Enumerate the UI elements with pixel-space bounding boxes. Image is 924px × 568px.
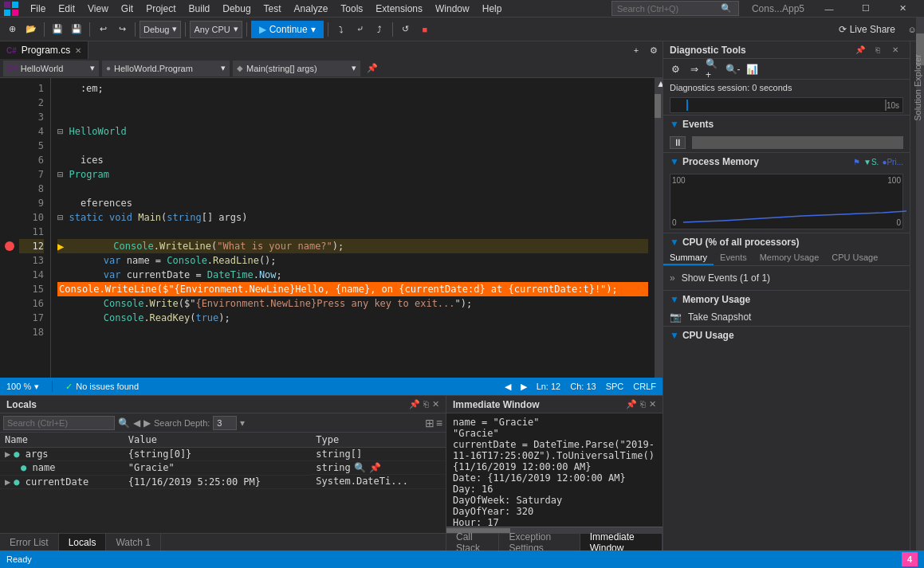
- step-into-button[interactable]: ⤶: [352, 21, 369, 38]
- gutter-row-12[interactable]: [0, 239, 19, 253]
- editor-settings-button[interactable]: ⚙: [645, 41, 663, 59]
- immediate-content[interactable]: name = "Gracie" "Gracie" currentDate = D…: [446, 413, 663, 527]
- diag-close-button[interactable]: ✕: [887, 42, 903, 58]
- breakpoint-12[interactable]: [5, 241, 14, 251]
- editor-tab-program[interactable]: C# Program.cs ✕: [0, 41, 88, 59]
- menu-debug[interactable]: Debug: [216, 2, 257, 16]
- memory-usage-section-header[interactable]: ▼ Memory Usage: [663, 290, 910, 308]
- code-editor[interactable]: 1 2 3 4 5 6 7 8 9 10 11 12 13 14 15 16 1…: [0, 78, 663, 378]
- events-pause-button[interactable]: ⏸: [670, 136, 686, 149]
- close-locals-icon[interactable]: ✕: [432, 399, 439, 409]
- diag-float-button[interactable]: ⎗: [870, 42, 886, 58]
- editor-scrollbar-thumb[interactable]: [655, 94, 661, 118]
- menu-window[interactable]: Window: [429, 2, 476, 16]
- step-over-button[interactable]: ⤵: [332, 21, 350, 38]
- cpu-dropdown[interactable]: Any CPU ▾: [190, 21, 242, 38]
- pin-button[interactable]: 📌: [364, 60, 381, 77]
- nav-prev-icon[interactable]: ◀: [505, 382, 511, 392]
- new-tab-button[interactable]: +: [627, 41, 645, 59]
- magnify-icon[interactable]: 🔍: [354, 462, 366, 473]
- diag-tab-memory[interactable]: Memory Usage: [753, 251, 826, 265]
- pin-value-icon[interactable]: 📌: [369, 462, 381, 473]
- diag-tab-summary[interactable]: Summary: [663, 251, 714, 265]
- depth-chevron[interactable]: ▾: [240, 417, 245, 429]
- undo-button[interactable]: ↩: [94, 21, 112, 38]
- nav-left-icon[interactable]: ◀: [133, 417, 140, 429]
- menu-project[interactable]: Project: [140, 2, 182, 16]
- close-button[interactable]: ✕: [884, 0, 921, 18]
- tab-error-list[interactable]: Error List: [0, 534, 59, 551]
- diag-zoom-out-button[interactable]: 🔍-: [724, 61, 741, 77]
- pin-icon2[interactable]: 📌: [626, 399, 637, 409]
- editor-scrollbar[interactable]: ▲: [655, 78, 663, 378]
- new-project-button[interactable]: ⊕: [3, 21, 21, 38]
- diag-settings-button[interactable]: ⚙: [666, 61, 684, 77]
- code-lines[interactable]: :em; ⊟ HelloWorld ices ⊟ Program eferenc…: [51, 78, 655, 378]
- menu-edit[interactable]: Edit: [52, 2, 81, 16]
- current-line-arrow: ▶: [57, 239, 64, 253]
- float-icon2[interactable]: ⎗: [640, 399, 646, 409]
- pin-icon[interactable]: 📌: [409, 399, 420, 409]
- diag-chart-button[interactable]: 📊: [743, 61, 761, 77]
- nav-next-icon[interactable]: ▶: [521, 382, 527, 392]
- diag-export-button[interactable]: ⇒: [686, 61, 703, 77]
- notification-badge[interactable]: 4: [902, 552, 918, 566]
- nav-right-icon[interactable]: ▶: [144, 417, 151, 429]
- menu-extensions[interactable]: Extensions: [369, 2, 429, 16]
- menu-tools[interactable]: Tools: [334, 2, 369, 16]
- columns-icon[interactable]: ≡: [436, 417, 442, 429]
- tab-locals[interactable]: Locals: [59, 534, 107, 551]
- tab-close-button[interactable]: ✕: [75, 46, 81, 55]
- depth-input[interactable]: [213, 416, 237, 430]
- namespace-dropdown[interactable]: C# HelloWorld ▾: [3, 61, 99, 76]
- expand-arrow-date[interactable]: ▶: [5, 476, 10, 488]
- diag-pin-button[interactable]: 📌: [852, 42, 868, 58]
- redo-button[interactable]: ↪: [113, 21, 131, 38]
- open-button[interactable]: 📂: [22, 21, 40, 38]
- zoom-control[interactable]: 100 % ▾: [6, 382, 39, 392]
- cpu-section-header[interactable]: ▼ CPU (% of all processors): [663, 233, 910, 251]
- global-search-box[interactable]: 🔍: [611, 1, 739, 16]
- close-immediate-icon[interactable]: ✕: [649, 399, 656, 409]
- cpu-usage-section-header[interactable]: ▼ CPU Usage: [663, 326, 910, 344]
- menu-test[interactable]: Test: [258, 2, 288, 16]
- save-button[interactable]: 💾: [49, 21, 66, 38]
- toolbar-separator-7: [392, 22, 393, 37]
- menu-analyze[interactable]: Analyze: [288, 2, 335, 16]
- minimize-button[interactable]: —: [811, 0, 847, 18]
- global-search-input[interactable]: [617, 4, 721, 14]
- tab-call-stack[interactable]: Call Stack: [446, 534, 499, 551]
- debug-mode-dropdown[interactable]: Debug ▾: [140, 21, 181, 38]
- menu-file[interactable]: File: [24, 2, 52, 16]
- tab-immediate-window[interactable]: Immediate Window: [580, 534, 663, 551]
- scrollbar-top-arrow[interactable]: ▲: [656, 78, 663, 84]
- menu-git[interactable]: Git: [115, 2, 140, 16]
- locals-search-input[interactable]: [3, 416, 115, 430]
- tab-watch[interactable]: Watch 1: [106, 534, 161, 551]
- save-all-button[interactable]: 💾: [68, 21, 85, 38]
- memory-flag-icon: ⚑: [853, 158, 860, 166]
- menu-view[interactable]: View: [81, 2, 115, 16]
- diag-content-rest: [663, 344, 910, 550]
- float-icon[interactable]: ⎗: [423, 399, 429, 409]
- menu-build[interactable]: Build: [183, 2, 217, 16]
- search-icon2[interactable]: 🔍: [118, 417, 130, 429]
- expand-arrow-args[interactable]: ▶: [5, 449, 10, 460]
- menu-help[interactable]: Help: [476, 2, 509, 16]
- class-dropdown[interactable]: ● HelloWorld.Program ▾: [102, 61, 230, 76]
- step-out-button[interactable]: ⤴: [371, 21, 388, 38]
- diag-tab-cpu[interactable]: CPU Usage: [825, 251, 884, 265]
- maximize-button[interactable]: ☐: [847, 0, 884, 18]
- events-section-header[interactable]: ▼ Events: [663, 115, 910, 133]
- continue-button[interactable]: ▶ Continue ▾: [251, 21, 324, 38]
- liveshare-button[interactable]: ⟳ Live Share: [832, 22, 902, 37]
- diag-tab-events[interactable]: Events: [714, 251, 753, 265]
- process-memory-section-header[interactable]: ▼ Process Memory ⚑ ▼S. ●Pri...: [663, 152, 910, 170]
- restart-button[interactable]: ↺: [397, 21, 415, 38]
- diag-zoom-in-button[interactable]: 🔍+: [705, 61, 722, 77]
- method-dropdown[interactable]: ◆ Main(string[] args) ▾: [233, 61, 360, 76]
- stop-button[interactable]: ■: [416, 21, 434, 38]
- filter-icon[interactable]: ⊞: [425, 417, 434, 429]
- tab-exception-settings[interactable]: Exception Settings: [499, 534, 580, 551]
- solution-explorer-label[interactable]: Solution Explorer: [911, 48, 924, 127]
